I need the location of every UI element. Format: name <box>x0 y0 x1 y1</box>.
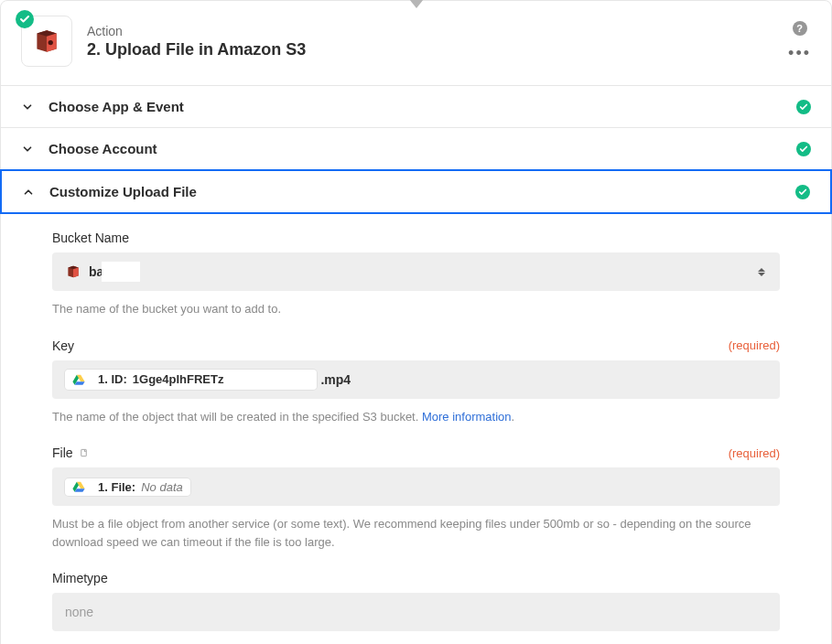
file-input[interactable]: 1. File: No data <box>52 467 780 506</box>
section-choose-account[interactable]: Choose Account <box>1 127 831 169</box>
section-customize-upload[interactable]: Customize Upload File <box>0 169 832 214</box>
form-area: Bucket Name ba The name of the bucket yo… <box>1 214 831 644</box>
field-file: File (required) 1. File: No <box>52 445 780 551</box>
file-icon <box>79 447 89 459</box>
field-help: The name of the bucket you want to add t… <box>52 300 780 318</box>
more-menu-icon[interactable]: ••• <box>788 45 811 61</box>
action-card: Action 2. Upload File in Amazon S3 ? •••… <box>0 0 832 644</box>
field-bucket-name: Bucket Name ba The name of the bucket yo… <box>52 231 780 318</box>
field-label: File <box>52 445 73 460</box>
status-complete-icon <box>796 142 811 156</box>
dropdown-caret-icon <box>758 268 765 276</box>
placeholder: none <box>65 605 93 619</box>
bucket-name-select[interactable]: ba <box>52 252 780 291</box>
field-help: The name of the object that will be crea… <box>52 408 780 426</box>
chevron-up-icon <box>22 186 35 199</box>
app-badge <box>21 16 72 67</box>
section-title: Choose App & Event <box>49 99 796 114</box>
redacted-block <box>102 262 140 282</box>
status-check-icon <box>16 10 34 28</box>
field-label: Bucket Name <box>52 231 129 245</box>
status-complete-icon <box>796 100 811 114</box>
pill-value: 1Gge4pIhFRETz <box>133 372 224 386</box>
key-extension: .mp4 <box>320 372 351 387</box>
amazon-s3-icon <box>31 26 62 57</box>
field-mimetype: Mimetype none Use auto for us to guess, … <box>52 571 780 644</box>
action-title: 2. Upload File in Amazon S3 <box>87 40 788 59</box>
field-help: Must be a file object from another servi… <box>52 515 780 551</box>
google-drive-icon <box>72 480 85 493</box>
svg-rect-4 <box>81 449 86 456</box>
mapped-value-pill[interactable]: 1. ID: 1Gge4pIhFRETz <box>65 370 317 390</box>
section-title: Customize Upload File <box>49 184 795 199</box>
required-tag: (required) <box>729 446 780 460</box>
mapped-value-pill[interactable]: 1. File: No data <box>65 478 190 496</box>
help-icon[interactable]: ? <box>793 21 807 36</box>
more-info-link[interactable]: More information <box>422 410 512 424</box>
status-complete-icon <box>795 185 810 199</box>
redacted-block <box>227 371 309 388</box>
pill-prefix: 1. ID: <box>98 372 127 386</box>
key-input[interactable]: 1. ID: 1Gge4pIhFRETz .mp4 <box>52 360 780 399</box>
card-header: Action 2. Upload File in Amazon S3 ? ••• <box>1 1 831 85</box>
pill-prefix: 1. File: <box>98 480 135 494</box>
field-key: Key (required) 1. ID: 1Gge4pIhFRETz .mp <box>52 338 780 426</box>
amazon-s3-mini-icon <box>65 263 81 280</box>
google-drive-icon <box>72 373 85 386</box>
field-help: Use auto for us to guess, none for no va… <box>52 640 780 644</box>
chevron-down-icon <box>21 101 34 113</box>
section-choose-app-event[interactable]: Choose App & Event <box>1 85 831 127</box>
section-title: Choose Account <box>49 141 796 156</box>
pill-value: No data <box>141 480 183 494</box>
mimetype-input[interactable]: none <box>52 593 780 631</box>
chevron-down-icon <box>21 143 34 156</box>
field-label: Mimetype <box>52 571 108 585</box>
svg-point-0 <box>49 40 53 45</box>
action-label: Action <box>87 24 788 38</box>
field-label: Key <box>52 338 74 353</box>
required-tag: (required) <box>729 338 780 352</box>
